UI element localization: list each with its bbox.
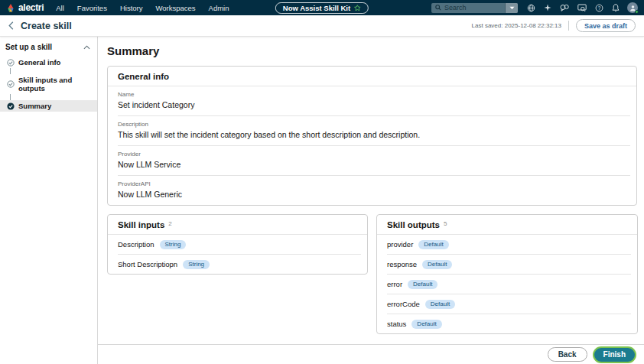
top-icon-bar: ? <box>527 4 620 12</box>
field-value: This skill will set the incident categor… <box>118 130 626 139</box>
skill-outputs-card-title: Skill outputs5 <box>377 215 637 235</box>
card-title-text: Skill outputs <box>387 220 440 229</box>
output-name: status <box>387 320 406 328</box>
field-value: Set incident Category <box>118 100 626 109</box>
skill-outputs-count: 5 <box>444 220 447 227</box>
field-value: Now LLM Service <box>118 160 626 169</box>
globe-icon[interactable] <box>527 4 535 12</box>
bell-icon[interactable] <box>612 4 620 12</box>
back-button[interactable]: Back <box>548 347 587 362</box>
type-badge: Default <box>418 240 448 249</box>
divider <box>568 21 569 31</box>
field-description: Description This skill will set the inci… <box>108 116 636 145</box>
logo-icon <box>6 4 15 12</box>
input-row-short-description: Short Descriptiopn String <box>108 255 367 274</box>
step-connector <box>10 94 11 100</box>
sidebar-step-skill-inputs-outputs[interactable]: Skill inputs and outputs <box>0 74 97 94</box>
field-provider-api: ProviderAPI Now LLM Generic <box>108 176 636 205</box>
spark-icon[interactable] <box>544 4 551 11</box>
nav-item-workspaces[interactable]: Workspaces <box>155 4 195 12</box>
logo-text: alectri <box>18 2 44 13</box>
app-title-label: Now Assist Skill Kit <box>283 4 350 12</box>
chat-icon[interactable] <box>560 4 569 11</box>
nav-item-history[interactable]: History <box>120 4 143 12</box>
search-input[interactable] <box>443 4 505 11</box>
search-icon <box>431 5 443 11</box>
type-badge: Default <box>425 300 455 309</box>
page-title: Create skill <box>21 21 72 31</box>
search-box[interactable] <box>431 3 518 13</box>
summary-heading: Summary <box>107 44 637 57</box>
type-badge: Default <box>408 280 437 289</box>
nav-menu: All Favorites History Workspaces Admin <box>56 4 229 12</box>
output-name: errorCode <box>387 300 420 308</box>
input-name: Description <box>118 240 154 249</box>
last-saved-text: Last saved: 2025-12-08 22:32:13 <box>472 22 561 29</box>
screen-search-icon[interactable] <box>577 4 587 12</box>
caret-down-icon <box>509 6 515 10</box>
main-content: Summary General info Name Set incident C… <box>98 37 644 344</box>
sidebar-step-summary[interactable]: Summary <box>0 100 97 112</box>
wizard-section-header[interactable]: Set up a skill <box>0 41 97 57</box>
top-nav: alectri All Favorites History Workspaces… <box>0 0 644 15</box>
field-provider: Provider Now LLM Service <box>108 146 636 175</box>
field-label: Description <box>118 121 626 128</box>
favorite-star-icon[interactable] <box>354 5 361 11</box>
type-badge: String <box>183 260 210 269</box>
finish-button[interactable]: Finish <box>594 348 635 362</box>
svg-text:?: ? <box>598 5 601 10</box>
type-badge: Default <box>422 260 452 269</box>
nav-item-favorites[interactable]: Favorites <box>77 4 107 12</box>
general-info-card: General info Name Set incident Category … <box>107 66 637 206</box>
output-row-provider: provider Default <box>377 235 637 254</box>
sidebar-step-general-info[interactable]: General info <box>0 57 97 68</box>
step-label: Summary <box>18 102 51 110</box>
step-active-check-icon <box>7 102 15 110</box>
output-name: response <box>387 260 417 268</box>
wizard-sidebar: Set up a skill General info Skill inputs… <box>0 37 98 364</box>
type-badge: Default <box>411 320 441 329</box>
output-row-response: response Default <box>377 255 637 274</box>
skill-inputs-card-title: Skill inputs2 <box>108 215 367 235</box>
output-row-status: status Default <box>377 314 637 333</box>
wizard-footer: Back Finish <box>98 344 644 364</box>
output-name: provider <box>387 240 413 249</box>
input-row-description: Description String <box>108 235 367 254</box>
step-connector <box>10 68 11 74</box>
skill-inputs-card: Skill inputs2 Description String Short D… <box>107 214 368 275</box>
nav-item-all[interactable]: All <box>56 4 64 12</box>
field-label: Name <box>118 91 626 98</box>
avatar[interactable] <box>627 2 638 13</box>
field-label: ProviderAPI <box>118 180 626 187</box>
input-name: Short Descriptiopn <box>118 260 177 268</box>
card-title-text: Skill inputs <box>118 220 164 229</box>
step-label: Skill inputs and outputs <box>18 76 93 93</box>
field-value: Now LLM Generic <box>118 190 626 199</box>
field-name: Name Set incident Category <box>108 86 636 115</box>
help-icon[interactable]: ? <box>595 4 603 12</box>
skill-outputs-card: Skill outputs5 provider Default response… <box>376 214 638 334</box>
output-row-errorcode: errorCode Default <box>377 294 637 314</box>
step-complete-icon <box>7 59 15 67</box>
output-name: error <box>387 280 402 288</box>
output-row-error: error Default <box>377 275 637 294</box>
step-label: General info <box>18 58 60 67</box>
search-scope-dropdown[interactable] <box>505 3 518 13</box>
back-chevron-icon[interactable] <box>8 21 14 30</box>
save-as-draft-button[interactable]: Save as draft <box>576 19 636 32</box>
step-complete-icon <box>7 80 15 88</box>
app-title-pill[interactable]: Now Assist Skill Kit <box>275 2 369 14</box>
page-header: Create skill Last saved: 2025-12-08 22:3… <box>0 15 644 37</box>
wizard-section-title: Set up a skill <box>5 43 52 51</box>
chevron-up-icon[interactable] <box>83 45 90 50</box>
skill-inputs-count: 2 <box>168 220 171 227</box>
type-badge: String <box>160 240 187 249</box>
presence-dot <box>635 10 639 14</box>
general-info-card-title: General info <box>108 67 636 86</box>
field-label: Provider <box>118 151 626 158</box>
content-area: Set up a skill General info Skill inputs… <box>0 37 644 364</box>
logo[interactable]: alectri <box>6 2 44 13</box>
main-column: Summary General info Name Set incident C… <box>98 37 644 364</box>
nav-item-admin[interactable]: Admin <box>209 4 229 12</box>
